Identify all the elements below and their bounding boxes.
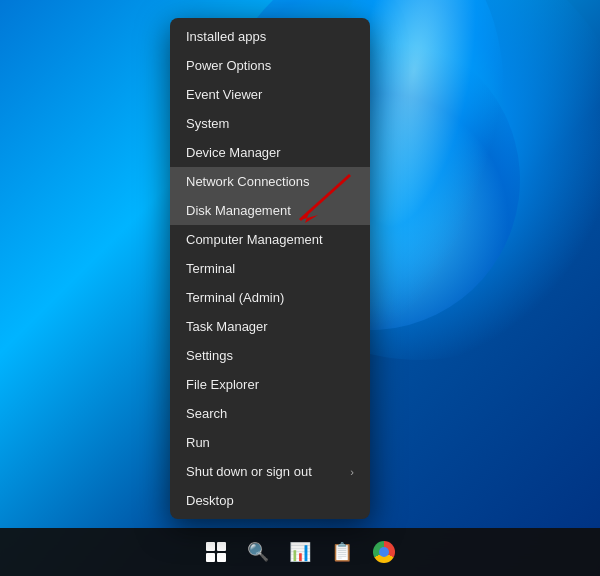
menu-item-label-system: System [186,116,229,131]
menu-item-settings[interactable]: Settings [170,341,370,370]
menu-item-label-disk-management: Disk Management [186,203,291,218]
context-menu: Installed appsPower OptionsEvent ViewerS… [170,18,370,519]
menu-item-computer-management[interactable]: Computer Management [170,225,370,254]
windows-logo [206,542,226,562]
chrome-icon [373,541,395,563]
menu-item-label-file-explorer: File Explorer [186,377,259,392]
menu-item-label-shut-down: Shut down or sign out [186,464,312,479]
menu-item-event-viewer[interactable]: Event Viewer [170,80,370,109]
menu-item-device-manager[interactable]: Device Manager [170,138,370,167]
menu-item-label-installed-apps: Installed apps [186,29,266,44]
menu-item-label-task-manager: Task Manager [186,319,268,334]
taskbar-taskview-button[interactable]: 📊 [282,534,318,570]
menu-item-label-desktop: Desktop [186,493,234,508]
menu-item-label-terminal-admin: Terminal (Admin) [186,290,284,305]
menu-item-network-connections[interactable]: Network Connections [170,167,370,196]
menu-item-installed-apps[interactable]: Installed apps [170,22,370,51]
menu-item-system[interactable]: System [170,109,370,138]
menu-item-disk-management[interactable]: Disk Management [170,196,370,225]
taskbar-search-button[interactable]: 🔍 [240,534,276,570]
menu-item-power-options[interactable]: Power Options [170,51,370,80]
menu-item-terminal-admin[interactable]: Terminal (Admin) [170,283,370,312]
menu-item-search[interactable]: Search [170,399,370,428]
menu-item-label-event-viewer: Event Viewer [186,87,262,102]
menu-item-label-computer-management: Computer Management [186,232,323,247]
menu-item-label-network-connections: Network Connections [186,174,310,189]
menu-item-file-explorer[interactable]: File Explorer [170,370,370,399]
menu-item-task-manager[interactable]: Task Manager [170,312,370,341]
menu-item-arrow-shut-down: › [350,466,354,478]
taskbar: 🔍 📊 📋 [0,528,600,576]
menu-item-label-power-options: Power Options [186,58,271,73]
menu-item-terminal[interactable]: Terminal [170,254,370,283]
menu-item-label-settings: Settings [186,348,233,363]
menu-item-label-run: Run [186,435,210,450]
taskbar-notepad-button[interactable]: 📋 [324,534,360,570]
menu-item-label-device-manager: Device Manager [186,145,281,160]
menu-item-label-search: Search [186,406,227,421]
menu-item-label-terminal: Terminal [186,261,235,276]
menu-item-desktop[interactable]: Desktop [170,486,370,515]
menu-item-shut-down[interactable]: Shut down or sign out› [170,457,370,486]
taskbar-chrome-button[interactable] [366,534,402,570]
menu-item-run[interactable]: Run [170,428,370,457]
start-button[interactable] [198,534,234,570]
